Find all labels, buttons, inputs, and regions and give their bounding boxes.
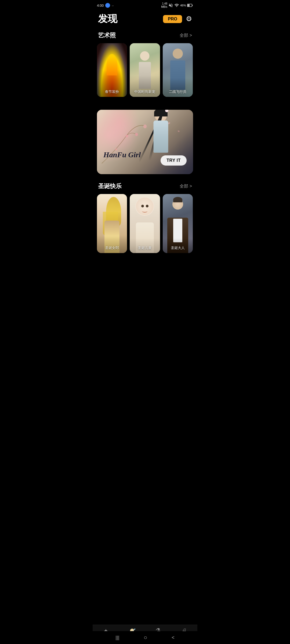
art-card-2-label: 中国时尚新宠 (130, 89, 160, 94)
christmas-cards-row: 圣诞女郎 圣诞儿童 (93, 194, 197, 253)
status-left: 4:00 ·· (97, 3, 114, 8)
christmas-section-header: 圣诞快乐 全部 > (93, 181, 197, 194)
status-bar: 4:00 ·· 1.48 MB/s 46% (93, 0, 197, 10)
christmas-card-2[interactable]: 圣诞儿童 (130, 194, 160, 253)
christmas-card-1-label: 圣诞女郎 (97, 246, 127, 250)
christmas-card-3-label: 圣诞大人 (163, 246, 193, 250)
banner-title: HanFu Girl (103, 150, 141, 159)
battery-icon (187, 3, 193, 7)
mute-icon (168, 3, 173, 8)
art-card-3-label: 二战飞行员 (163, 89, 193, 94)
status-indicator (105, 3, 110, 8)
art-section-header: 艺术照 全部 > (93, 30, 197, 43)
page-title: 发现 (98, 12, 117, 25)
hanfu-banner[interactable]: HanFu Girl TRY IT (97, 110, 193, 174)
christmas-card-3[interactable]: 圣诞大人 (163, 194, 193, 253)
status-speed: 1.48 MB/s (161, 2, 167, 9)
try-it-button[interactable]: TRY IT (161, 155, 187, 166)
status-dots: ·· (112, 3, 114, 8)
svg-point-3 (135, 133, 138, 136)
status-time: 4:00 (97, 3, 104, 8)
christmas-section-more[interactable]: 全部 > (180, 184, 192, 189)
art-section-title: 艺术照 (98, 31, 116, 39)
christmas-card-1[interactable]: 圣诞女郎 (97, 194, 127, 253)
settings-icon[interactable]: ⚙ (186, 15, 192, 23)
pro-button[interactable]: PRO (163, 15, 182, 23)
art-card-1[interactable]: 春节装扮 (97, 43, 127, 97)
status-right: 1.48 MB/s 46% (161, 2, 193, 9)
art-card-3[interactable]: 二战飞行员 (163, 43, 193, 97)
christmas-section-title: 圣诞快乐 (98, 182, 122, 190)
page-content: 艺术照 全部 > 春节装扮 中国时尚新宠 (93, 30, 197, 280)
art-card-2[interactable]: 中国时尚新宠 (130, 43, 160, 97)
app-header: 发现 PRO ⚙ (93, 10, 197, 30)
signal-icon (174, 3, 179, 8)
svg-rect-1 (187, 4, 190, 6)
art-cards-row: 春节装扮 中国时尚新宠 二战飞行员 (93, 43, 197, 97)
battery-level: 46% (180, 4, 186, 7)
svg-rect-2 (192, 5, 193, 6)
art-section-more[interactable]: 全部 > (180, 33, 192, 38)
art-card-1-label: 春节装扮 (97, 89, 127, 94)
christmas-card-2-label: 圣诞儿童 (130, 246, 160, 250)
header-actions: PRO ⚙ (163, 15, 192, 23)
svg-point-4 (126, 135, 128, 137)
